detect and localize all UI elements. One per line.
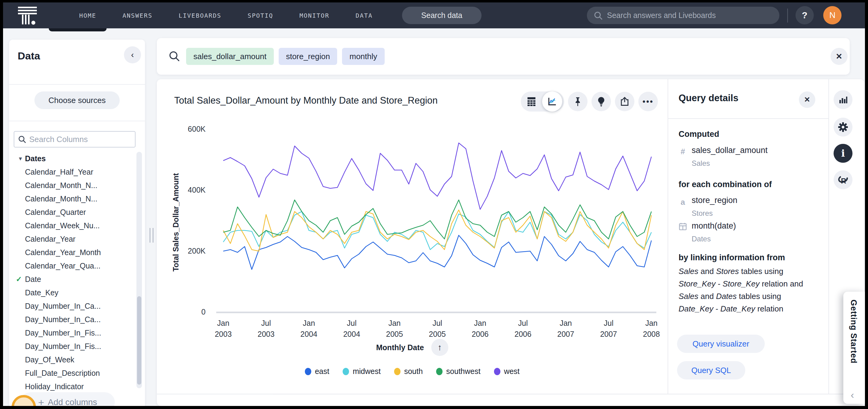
x-tick-label: Jul2005 [419, 318, 456, 340]
legend-item-west[interactable]: west [494, 367, 520, 376]
combination-column-name: month(date) [692, 221, 736, 231]
nav-menu: HOMEANSWERSLIVEBOARDSSPOTIQMONITORDATA [79, 2, 373, 28]
r-analysis-button[interactable]: R [834, 170, 852, 189]
nav-item-liveboards[interactable]: LIVEBOARDS [179, 12, 221, 19]
x-tick-label: Jul2003 [248, 318, 284, 340]
choose-sources-button[interactable]: Choose sources [34, 91, 120, 109]
column-search-input[interactable] [29, 135, 131, 144]
query-visualizer-button[interactable]: Query visualizer [677, 334, 765, 353]
linking-entity: Store_Key [723, 279, 760, 288]
line-chart-plot[interactable] [216, 124, 658, 319]
x-tick-label: Jul2007 [590, 318, 627, 340]
column-item[interactable]: Day_Number_In_Ca... [9, 299, 137, 313]
column-item[interactable]: Calendar_Half_Year [9, 165, 137, 179]
linking-text: - [713, 304, 720, 313]
column-item[interactable]: Calendar_Year [9, 232, 137, 246]
search-query-bar: sales_dollar_amountstore_regionmonthly ✕ [157, 38, 850, 75]
thoughtspot-logo-icon[interactable] [18, 7, 37, 25]
column-item[interactable]: Calendar_Month_N... [9, 192, 137, 205]
more-options-button[interactable]: ••• [638, 92, 658, 111]
nav-item-monitor[interactable]: MONITOR [299, 12, 329, 19]
combination-column-name: store_region [692, 196, 737, 205]
panel-resize-handle[interactable] [149, 228, 154, 242]
y-tick-label: 0 [169, 308, 206, 316]
column-item[interactable]: Date_Key [9, 286, 137, 299]
linking-entity: Date_Key [679, 304, 713, 313]
column-item[interactable]: Calendar_Quarter [9, 205, 137, 219]
linking-entity: Sales [679, 267, 699, 276]
table-view-button[interactable] [521, 97, 542, 106]
sidebar-scrollbar-thumb[interactable] [137, 296, 141, 385]
legend-item-midwest[interactable]: midwest [343, 367, 381, 376]
legend-label: south [404, 367, 423, 376]
top-nav: HOMEANSWERSLIVEBOARDSSPOTIQMONITORDATA S… [3, 2, 865, 28]
getting-started-tab[interactable]: Getting Started ‹ [843, 292, 865, 404]
linking-text: tables using [739, 267, 783, 276]
column-label: Day_Number_In_Fis... [25, 342, 101, 351]
legend-dot-icon [494, 368, 500, 375]
column-label: Calendar_Year_Qua... [25, 262, 100, 270]
chart-view-button[interactable] [542, 91, 562, 112]
nav-item-answers[interactable]: ANSWERS [122, 12, 152, 19]
column-item[interactable]: Calendar_Week_Nu... [9, 219, 137, 232]
linking-text: tables using [737, 292, 781, 301]
column-label: Calendar_Month_N... [25, 195, 97, 203]
nav-item-home[interactable]: HOME [79, 12, 96, 19]
search-data-button[interactable]: Search data [402, 7, 482, 24]
search-icon [168, 50, 180, 62]
legend-label: midwest [353, 367, 381, 376]
legend-item-south[interactable]: south [394, 367, 423, 376]
clear-search-button[interactable]: ✕ [831, 48, 847, 65]
column-item[interactable]: Calendar_Year_Month [9, 246, 137, 259]
column-label: Holiday_Indicator [25, 382, 84, 391]
column-item[interactable]: Full_Date_Description [9, 366, 137, 380]
divider [9, 84, 145, 85]
legend-dot-icon [436, 368, 442, 375]
ellipsis-icon: ••• [643, 97, 654, 106]
linking-entity: Dates [716, 292, 737, 301]
nav-item-spotiq[interactable]: SPOTIQ [248, 12, 273, 19]
column-item[interactable]: Calendar_Month_N... [9, 179, 137, 192]
global-search-input[interactable] [607, 11, 773, 20]
column-item[interactable]: Holiday_Indicator [9, 380, 137, 393]
collapse-panel-button[interactable]: ‹ [124, 46, 141, 63]
column-label: Dates [25, 154, 46, 163]
column-item[interactable]: ✓Date [9, 272, 137, 286]
help-button[interactable]: ? [796, 6, 814, 24]
query-sql-button[interactable]: Query SQL [677, 361, 745, 379]
query-details-info-button[interactable]: i [834, 144, 852, 163]
user-avatar[interactable]: N [823, 6, 841, 24]
column-item[interactable]: Day_Number_In_Ca... [9, 313, 137, 326]
combination-column-source: Dates [692, 235, 711, 243]
global-search[interactable] [587, 7, 779, 24]
legend-item-east[interactable]: east [305, 367, 329, 376]
column-item[interactable]: Day_Number_In_Fis... [9, 340, 137, 353]
series-line-west [223, 143, 651, 209]
linking-text: and [699, 267, 716, 276]
search-token-sales_dollar_amount[interactable]: sales_dollar_amount [186, 48, 274, 65]
linking-entity: Store_Key [679, 279, 715, 288]
column-item[interactable]: Day_Number_In_Fis... [9, 326, 137, 340]
legend-item-southwest[interactable]: southwest [436, 367, 480, 376]
pin-button[interactable] [568, 92, 588, 111]
search-token-store_region[interactable]: store_region [279, 48, 337, 65]
query-details-title: Query details [679, 93, 738, 104]
chart-config-button[interactable] [834, 90, 852, 109]
search-token-monthly[interactable]: monthly [342, 48, 384, 65]
bar-chart-icon [838, 95, 847, 104]
sort-ascending-button[interactable]: ↑ [431, 339, 448, 356]
close-query-details-button[interactable]: ✕ [799, 91, 815, 108]
combination-heading: for each combination of [679, 180, 772, 189]
pin-icon [574, 97, 582, 106]
column-label: Day_Number_In_Ca... [25, 302, 101, 311]
column-item[interactable]: Day_Of_Week [9, 353, 137, 366]
share-button[interactable] [615, 92, 634, 111]
spotiq-insights-button[interactable] [591, 92, 611, 111]
column-group-dates[interactable]: ▾Dates [9, 152, 137, 165]
nav-item-data[interactable]: DATA [355, 12, 372, 19]
divider [668, 118, 829, 119]
linking-text: - [715, 279, 722, 288]
column-item[interactable]: Calendar_Year_Qua... [9, 259, 137, 272]
settings-button[interactable] [834, 118, 852, 137]
table-icon [527, 97, 536, 106]
